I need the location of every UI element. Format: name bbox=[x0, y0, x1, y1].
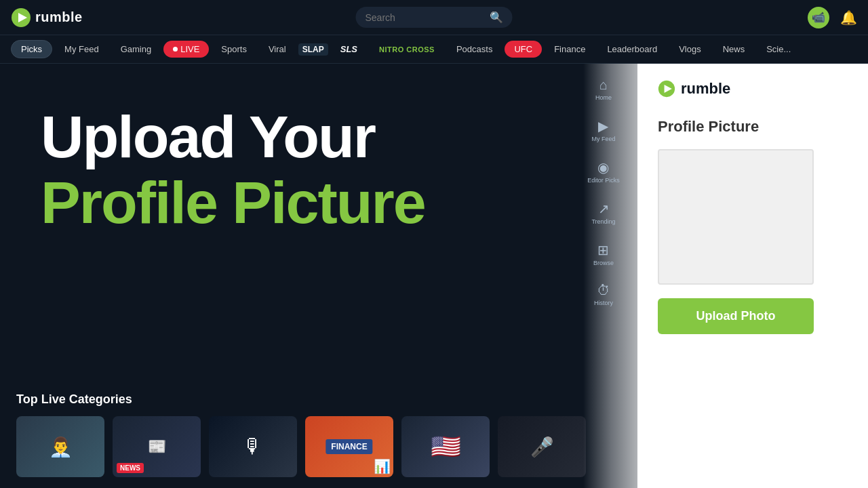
sidebar-editorpicks[interactable]: ◉ Editor Picks bbox=[587, 159, 620, 184]
editorpicks-icon: ◉ bbox=[597, 159, 609, 176]
home-label: Home bbox=[595, 95, 612, 102]
notification-bell-icon[interactable]: 🔔 bbox=[840, 9, 857, 26]
home-icon: ⌂ bbox=[599, 77, 608, 93]
browse-label: Browse bbox=[593, 260, 614, 267]
nav-sports[interactable]: Sports bbox=[212, 41, 256, 58]
nav-news[interactable]: News bbox=[713, 41, 755, 58]
history-label: History bbox=[594, 300, 613, 307]
cat-card-politics[interactable]: 🇺🇸 bbox=[401, 416, 490, 477]
upload-icon: 📹 bbox=[812, 11, 825, 24]
live-dot bbox=[173, 47, 178, 52]
nav-picks[interactable]: Picks bbox=[11, 40, 52, 58]
category-cards: 👨‍💼 📰 NEWS 🎙 FINANCE 📊 🇺🇸 🎤 bbox=[16, 416, 574, 477]
panel-logo-icon bbox=[658, 80, 675, 98]
hero-line2: Profile Picture bbox=[41, 170, 425, 236]
profile-photo-box bbox=[658, 149, 814, 285]
hero-title: Upload Your Profile Picture bbox=[41, 104, 425, 236]
search-icon[interactable]: 🔍 bbox=[490, 11, 503, 24]
nav-leaderboard[interactable]: Leaderboard bbox=[597, 41, 667, 58]
upload-photo-button[interactable]: Upload Photo bbox=[658, 298, 814, 334]
logo-text: rumble bbox=[35, 9, 83, 25]
politics-flag: 🇺🇸 bbox=[401, 416, 490, 477]
profile-panel: rumble Profile Picture Upload Photo bbox=[637, 64, 868, 488]
editorpicks-label: Editor Picks bbox=[587, 178, 620, 184]
nav-sls[interactable]: SLS bbox=[331, 41, 367, 58]
sidebar-trending[interactable]: ↗ Trending bbox=[591, 201, 615, 226]
search-input[interactable] bbox=[366, 12, 484, 23]
nav-finance[interactable]: Finance bbox=[545, 41, 595, 58]
categories-title: Top Live Categories bbox=[16, 392, 574, 407]
nav-myfeed[interactable]: My Feed bbox=[55, 41, 108, 58]
sidebar-icons: ⌂ Home ▶ My Feed ◉ Editor Picks ↗ Trendi… bbox=[583, 64, 624, 488]
nav-podcasts[interactable]: Podcasts bbox=[447, 41, 502, 58]
main-content: Upload Your Profile Picture Top Live Cat… bbox=[0, 64, 868, 488]
sidebar-browse[interactable]: ⊞ Browse bbox=[593, 242, 614, 267]
top-nav: rumble 🔍 📹 🔔 bbox=[0, 0, 868, 35]
finance-badge: FINANCE bbox=[326, 439, 372, 454]
myfeed-label: My Feed bbox=[591, 136, 615, 143]
categories-section: Top Live Categories 👨‍💼 📰 NEWS 🎙 FINANCE… bbox=[0, 382, 590, 488]
cat-card-finance[interactable]: FINANCE 📊 bbox=[305, 416, 393, 477]
cat-card-podcast[interactable]: 🎙 bbox=[209, 416, 297, 477]
nav-gaming[interactable]: Gaming bbox=[111, 41, 161, 58]
sidebar-history[interactable]: ⏱ History bbox=[594, 283, 613, 307]
nav-science[interactable]: Scie... bbox=[757, 41, 800, 58]
myfeed-icon: ▶ bbox=[598, 118, 608, 134]
panel-logo: rumble bbox=[658, 80, 730, 98]
sidebar-home[interactable]: ⌂ Home bbox=[595, 77, 612, 102]
sidebar-myfeed[interactable]: ▶ My Feed bbox=[591, 118, 615, 143]
nav-vlogs[interactable]: Vlogs bbox=[669, 41, 711, 58]
trending-label: Trending bbox=[591, 219, 615, 226]
hero-line1: Upload Your bbox=[41, 104, 425, 170]
nav-live[interactable]: LIVE bbox=[163, 41, 209, 58]
nav-ufc[interactable]: UFC bbox=[505, 41, 542, 58]
cat-card-person[interactable]: 👨‍💼 bbox=[16, 416, 104, 477]
upload-video-button[interactable]: 📹 bbox=[808, 7, 829, 28]
cat-card-talk[interactable]: 🎤 bbox=[498, 416, 586, 477]
nav-viral[interactable]: Viral bbox=[259, 41, 296, 58]
person-thumbnail: 👨‍💼 bbox=[16, 416, 104, 477]
nav-slap[interactable]: SLAP bbox=[298, 43, 328, 56]
search-bar[interactable]: 🔍 bbox=[356, 7, 513, 28]
trending-icon: ↗ bbox=[598, 201, 610, 217]
cat-card-news[interactable]: 📰 NEWS bbox=[113, 416, 201, 477]
rumble-logo-icon bbox=[11, 7, 31, 28]
nav-right: 📹 🔔 bbox=[808, 7, 857, 28]
news-badge: NEWS bbox=[117, 463, 144, 473]
history-icon: ⏱ bbox=[597, 283, 610, 298]
category-nav: Picks My Feed Gaming LIVE Sports Viral S… bbox=[0, 35, 868, 64]
logo-area[interactable]: rumble bbox=[11, 7, 83, 28]
nav-nitro[interactable]: NITRO CROSS bbox=[370, 42, 444, 57]
browse-icon: ⊞ bbox=[597, 242, 609, 258]
panel-logo-text: rumble bbox=[681, 80, 730, 98]
panel-title: Profile Picture bbox=[658, 118, 759, 136]
